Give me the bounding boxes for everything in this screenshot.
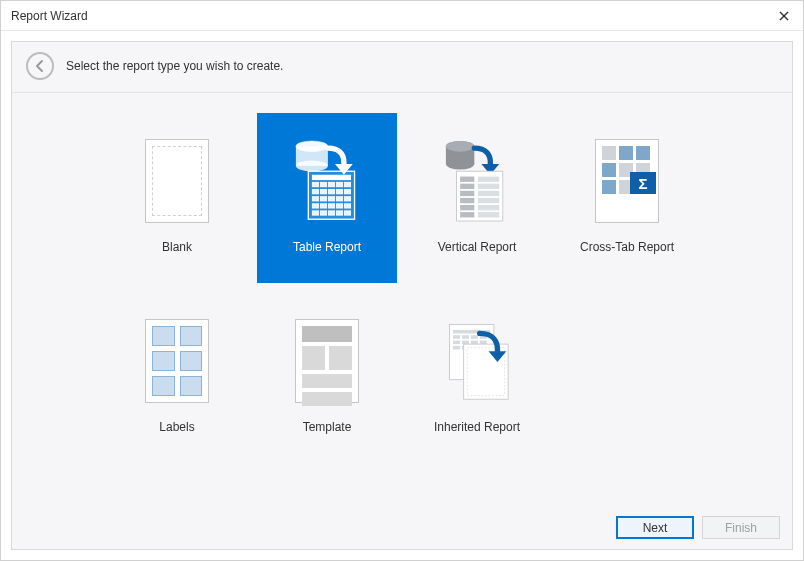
report-wizard-window: Report Wizard Select the report type you… <box>0 0 804 561</box>
vertical-report-icon <box>437 132 517 230</box>
svg-rect-54 <box>471 335 478 339</box>
back-button[interactable] <box>26 52 54 80</box>
svg-rect-38 <box>460 177 474 182</box>
content-frame: Select the report type you wish to creat… <box>11 41 793 550</box>
svg-rect-59 <box>480 341 487 345</box>
svg-rect-22 <box>344 196 351 201</box>
svg-rect-45 <box>478 198 499 203</box>
svg-rect-9 <box>320 182 327 187</box>
svg-rect-19 <box>320 196 327 201</box>
svg-rect-47 <box>478 205 499 210</box>
svg-rect-30 <box>328 210 335 215</box>
svg-point-4 <box>296 161 328 172</box>
crosstab-report-icon: Σ <box>587 132 667 230</box>
option-vertical-report[interactable]: Vertical Report <box>407 113 547 283</box>
close-icon <box>779 11 789 21</box>
svg-rect-24 <box>320 203 327 208</box>
arrow-left-icon <box>33 59 47 73</box>
close-button[interactable] <box>775 7 793 25</box>
svg-rect-41 <box>478 184 499 189</box>
svg-rect-49 <box>478 212 499 217</box>
option-label: Labels <box>159 420 194 434</box>
finish-button: Finish <box>702 516 780 539</box>
body-area: Blank <box>12 93 792 549</box>
svg-point-36 <box>446 141 474 152</box>
svg-rect-27 <box>344 203 351 208</box>
svg-rect-57 <box>462 341 469 345</box>
labels-icon <box>137 312 217 410</box>
option-blank[interactable]: Blank <box>107 113 247 283</box>
svg-rect-20 <box>328 196 335 201</box>
titlebar: Report Wizard <box>1 1 803 31</box>
svg-rect-25 <box>328 203 335 208</box>
option-inherited-report[interactable]: Inherited Report <box>407 293 547 463</box>
instruction-text: Select the report type you wish to creat… <box>66 59 283 73</box>
svg-rect-48 <box>460 212 474 217</box>
svg-rect-10 <box>328 182 335 187</box>
svg-rect-43 <box>478 191 499 196</box>
table-report-icon <box>287 132 367 230</box>
svg-rect-13 <box>312 189 319 194</box>
window-title: Report Wizard <box>11 9 775 23</box>
header-row: Select the report type you wish to creat… <box>12 42 792 93</box>
svg-rect-12 <box>344 182 351 187</box>
svg-rect-42 <box>460 191 474 196</box>
svg-point-35 <box>446 159 474 170</box>
svg-rect-15 <box>328 189 335 194</box>
option-label: Inherited Report <box>434 420 520 434</box>
svg-rect-58 <box>471 341 478 345</box>
option-table-report[interactable]: Table Report <box>257 113 397 283</box>
svg-rect-8 <box>312 182 319 187</box>
svg-rect-32 <box>344 210 351 215</box>
svg-rect-26 <box>336 203 343 208</box>
wizard-button-row: Next Finish <box>616 516 780 539</box>
option-template[interactable]: Template <box>257 293 397 463</box>
svg-rect-21 <box>336 196 343 201</box>
svg-rect-7 <box>312 175 351 180</box>
svg-rect-53 <box>462 335 469 339</box>
next-button[interactable]: Next <box>616 516 694 539</box>
svg-rect-46 <box>460 205 474 210</box>
svg-rect-23 <box>312 203 319 208</box>
svg-rect-16 <box>336 189 343 194</box>
option-label: Blank <box>162 240 192 254</box>
option-crosstab-report[interactable]: Σ Cross-Tab Report <box>557 113 697 283</box>
svg-rect-60 <box>453 346 460 350</box>
svg-rect-28 <box>312 210 319 215</box>
option-labels[interactable]: Labels <box>107 293 247 463</box>
inherited-report-icon <box>437 312 517 410</box>
svg-rect-11 <box>336 182 343 187</box>
option-label: Table Report <box>293 240 361 254</box>
svg-rect-56 <box>453 341 460 345</box>
svg-rect-17 <box>344 189 351 194</box>
svg-rect-52 <box>453 335 460 339</box>
svg-rect-29 <box>320 210 327 215</box>
option-label: Template <box>303 420 352 434</box>
template-icon <box>287 312 367 410</box>
svg-rect-14 <box>320 189 327 194</box>
option-label: Vertical Report <box>438 240 517 254</box>
option-label: Cross-Tab Report <box>580 240 674 254</box>
svg-rect-31 <box>336 210 343 215</box>
blank-page-icon <box>137 132 217 230</box>
svg-rect-39 <box>478 177 499 182</box>
svg-rect-40 <box>460 184 474 189</box>
svg-rect-18 <box>312 196 319 201</box>
svg-rect-44 <box>460 198 474 203</box>
report-type-grid: Blank <box>22 113 782 463</box>
